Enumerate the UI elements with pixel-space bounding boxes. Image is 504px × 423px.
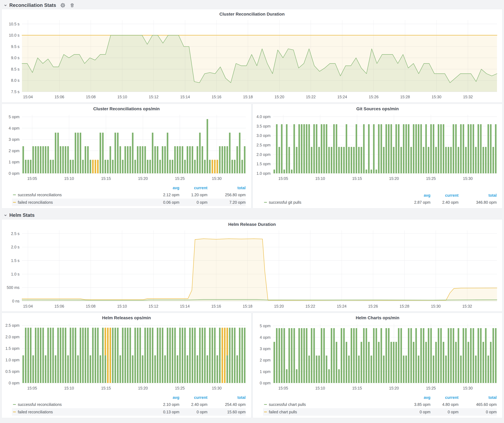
chevron-down-icon[interactable] [3, 3, 7, 7]
legend-col-current[interactable]: current [179, 395, 207, 400]
svg-text:5 opm: 5 opm [260, 324, 270, 328]
svg-text:15:26: 15:26 [368, 304, 378, 308]
svg-text:15:30: 15:30 [432, 95, 442, 99]
legend: avg current total successful chart pulls… [254, 394, 501, 418]
series-swatch [264, 404, 267, 405]
svg-text:15:15: 15:15 [101, 386, 111, 390]
legend-current-value: 1.20 opm [179, 193, 207, 197]
svg-text:15:04: 15:04 [23, 95, 33, 99]
legend-col-current[interactable]: current [431, 193, 458, 198]
svg-text:15:12: 15:12 [149, 304, 158, 308]
legend-row-successful: successful git pulls 2.87 opm 2.40 opm 3… [263, 199, 497, 206]
svg-text:0 opm: 0 opm [9, 171, 19, 176]
gear-icon[interactable] [60, 3, 66, 8]
svg-text:2.5 opm: 2.5 opm [257, 143, 270, 147]
panel-title[interactable]: Git Sources ops/min [254, 104, 501, 112]
svg-text:0.5 opm: 0.5 opm [6, 369, 19, 374]
chart-canvas-helm-release-duration[interactable]: 0 ns500 ms1.0 s1.5 s2.0 s2.5 s15:0415:06… [3, 228, 501, 310]
panel-title[interactable]: Helm Charts ops/min [254, 313, 501, 321]
legend-col-current[interactable]: current [431, 395, 458, 400]
panel-cluster-reconciliations-ops: Cluster Reconciliations ops/min 0 opm1 o… [1, 104, 251, 208]
svg-text:3 opm: 3 opm [260, 347, 270, 351]
svg-text:15:30: 15:30 [212, 176, 222, 181]
chart-canvas-helm-charts[interactable]: 0 opm1 opm2 opm3 opm4 opm5 opm15:0515:10… [254, 321, 501, 392]
svg-text:15:30: 15:30 [463, 176, 473, 181]
svg-text:15:28: 15:28 [400, 304, 409, 308]
series-swatch [13, 194, 16, 195]
svg-text:15:18: 15:18 [243, 95, 253, 99]
legend-col-avg[interactable]: avg [401, 395, 431, 400]
trash-icon[interactable] [70, 3, 75, 8]
legend-col-total[interactable]: total [458, 193, 497, 198]
legend-col-avg[interactable]: avg [150, 395, 179, 400]
series-swatch [13, 202, 16, 203]
svg-text:15:30: 15:30 [212, 386, 222, 390]
svg-text:1 opm: 1 opm [9, 160, 19, 164]
legend-row-successful: successful reconciliations 2.12 opm 1.20… [12, 191, 246, 199]
svg-text:1.5 opm: 1.5 opm [257, 162, 270, 166]
legend-col-total[interactable]: total [458, 395, 497, 400]
legend: avg current total successful git pulls 2… [254, 192, 501, 208]
svg-text:3.5 opm: 3.5 opm [257, 124, 270, 128]
svg-text:15:05: 15:05 [27, 386, 37, 390]
legend-row-successful: successful reconciliations 2.10 opm 2.40… [12, 401, 246, 408]
chart-canvas-cluster-reconciliation-duration[interactable]: 7.5 s8.0 s8.5 s9.0 s9.5 s10.0 s10.5 s15:… [3, 18, 501, 100]
legend-total-value: 7.20 opm [207, 200, 246, 205]
svg-text:15:25: 15:25 [175, 176, 185, 181]
svg-text:15:08: 15:08 [86, 304, 96, 308]
svg-text:15:16: 15:16 [212, 95, 222, 99]
chart-canvas-helm-releases[interactable]: 0 opm0.5 opm1.0 opm1.5 opm2.0 opm2.5 opm… [3, 321, 250, 392]
svg-text:15:26: 15:26 [369, 95, 378, 99]
chart-canvas-cluster-reconciliations[interactable]: 0 opm1 opm2 opm3 opm4 opm5 opm15:0515:10… [3, 112, 250, 182]
series-swatch [13, 404, 16, 405]
svg-text:5 opm: 5 opm [9, 115, 19, 119]
legend-avg-value: 0.13 opm [150, 410, 179, 414]
legend-col-total[interactable]: total [207, 395, 246, 400]
svg-text:15:08: 15:08 [86, 95, 96, 99]
legend: avg current total successful reconciliat… [3, 184, 250, 208]
series-name: failed reconciliations [18, 200, 53, 205]
svg-text:8.0 s: 8.0 s [11, 78, 19, 82]
legend-current-value: 2.40 opm [431, 200, 458, 205]
legend-total-value: 346.80 opm [458, 200, 497, 205]
svg-text:15:28: 15:28 [400, 95, 410, 99]
svg-text:1.0 opm: 1.0 opm [257, 171, 270, 176]
svg-text:4.0 opm: 4.0 opm [257, 114, 270, 119]
svg-text:15:22: 15:22 [306, 95, 316, 99]
svg-text:1.5 opm: 1.5 opm [6, 346, 19, 351]
chevron-down-icon[interactable] [3, 213, 7, 217]
svg-text:15:10: 15:10 [64, 386, 74, 390]
svg-text:15:06: 15:06 [54, 95, 64, 99]
svg-text:1.0 opm: 1.0 opm [6, 358, 19, 362]
chart-canvas-git-sources[interactable]: 1.0 opm1.5 opm2.0 opm2.5 opm3.0 opm3.5 o… [254, 112, 501, 182]
legend-total-value: 256.80 opm [207, 193, 246, 197]
legend-header: avg current total [263, 394, 497, 401]
series-swatch [264, 412, 267, 412]
legend-col-avg[interactable]: avg [150, 186, 179, 190]
svg-text:2.0 opm: 2.0 opm [6, 335, 19, 339]
panel-helm-release-duration: Helm Release Duration 0 ns500 ms1.0 s1.5… [1, 219, 503, 311]
legend-col-total[interactable]: total [207, 186, 246, 190]
svg-text:0 ns: 0 ns [12, 299, 19, 303]
legend-total-value: 254.40 opm [207, 402, 246, 407]
svg-text:4 opm: 4 opm [9, 126, 19, 130]
section-title[interactable]: Reconciliation Stats [9, 2, 56, 8]
legend-current-value: 0 opm [179, 410, 207, 414]
legend-col-avg[interactable]: avg [401, 193, 431, 198]
svg-text:15:22: 15:22 [306, 304, 315, 308]
svg-text:15:25: 15:25 [175, 386, 185, 390]
svg-text:15:14: 15:14 [180, 95, 190, 99]
svg-text:15:05: 15:05 [27, 176, 37, 181]
panel-title[interactable]: Cluster Reconciliations ops/min [3, 104, 250, 112]
panel-title[interactable]: Cluster Reconciliation Duration [3, 9, 501, 18]
svg-text:15:10: 15:10 [315, 386, 325, 390]
section-header-reconciliation-stats: Reconciliation Stats [1, 0, 503, 9]
svg-text:1 opm: 1 opm [260, 370, 270, 374]
panel-title[interactable]: Helm Releases ops/min [3, 313, 250, 321]
section-title[interactable]: Helm Stats [9, 212, 35, 218]
series-name: successful reconciliations [18, 402, 62, 407]
legend-col-current[interactable]: current [179, 186, 207, 190]
panel-title[interactable]: Helm Release Duration [3, 219, 501, 228]
legend-current-value: 0 opm [179, 200, 207, 205]
svg-text:15:32: 15:32 [462, 304, 472, 308]
